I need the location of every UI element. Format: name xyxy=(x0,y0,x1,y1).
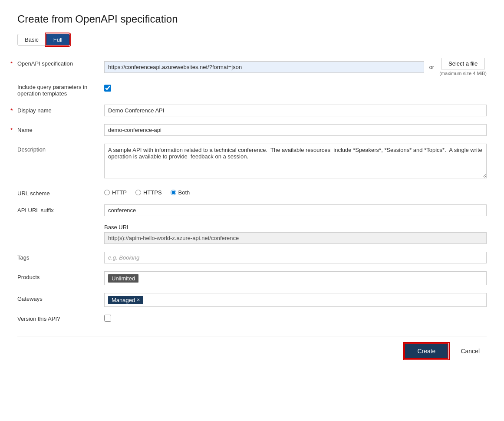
description-row: Description A sample API with informatio… xyxy=(17,144,487,180)
radio-both-label: Both xyxy=(178,189,190,196)
openapi-spec-input[interactable] xyxy=(104,61,424,73)
include-query-params-label: Include query parameters in operation te… xyxy=(17,84,104,97)
base-url-input xyxy=(104,232,487,244)
url-scheme-row: URL scheme HTTP HTTPS Both xyxy=(17,187,487,197)
api-url-suffix-field xyxy=(104,204,487,216)
description-field: A sample API with information related to… xyxy=(104,144,487,180)
url-scheme-label: URL scheme xyxy=(17,187,104,197)
tags-row: Tags xyxy=(17,252,487,263)
tags-label: Tags xyxy=(17,252,104,261)
name-row: Name xyxy=(17,124,487,136)
create-button[interactable]: Create xyxy=(404,343,448,359)
openapi-spec-field: or Select a file (maximum size 4 MiB) xyxy=(104,58,487,76)
name-input[interactable] xyxy=(104,124,487,136)
gateway-tag-managed-remove[interactable]: × xyxy=(137,297,140,303)
openapi-spec-label: OpenAPI specification xyxy=(17,58,104,67)
max-size-text: (maximum size 4 MiB) xyxy=(439,71,487,76)
gateways-row: Gateways Managed × xyxy=(17,293,487,307)
gateways-field: Managed × xyxy=(104,293,487,307)
version-api-row: Version this API? xyxy=(17,315,487,323)
api-url-suffix-label: API URL suffix xyxy=(17,204,104,214)
products-field: Unlimited xyxy=(104,271,487,285)
cancel-button[interactable]: Cancel xyxy=(454,344,487,358)
url-scheme-field: HTTP HTTPS Both xyxy=(104,187,487,196)
name-field xyxy=(104,124,487,136)
version-api-checkbox[interactable] xyxy=(104,315,111,322)
gateway-tag-managed-label: Managed xyxy=(112,297,135,303)
description-textarea[interactable]: A sample API with information related to… xyxy=(104,144,487,178)
tags-field xyxy=(104,252,487,263)
page-title: Create from OpenAPI specification xyxy=(17,13,487,25)
tab-row: Basic Full xyxy=(17,34,487,46)
products-tag-container[interactable]: Unlimited xyxy=(104,271,487,285)
openapi-spec-row: OpenAPI specification or Select a file (… xyxy=(17,58,487,76)
radio-both-input[interactable] xyxy=(171,190,176,195)
gateways-label: Gateways xyxy=(17,293,104,302)
radio-http-label: HTTP xyxy=(112,189,127,196)
api-url-suffix-input[interactable] xyxy=(104,204,487,216)
products-label: Products xyxy=(17,271,104,280)
description-label: Description xyxy=(17,144,104,153)
radio-https-input[interactable] xyxy=(135,190,141,195)
gateway-tag-managed: Managed × xyxy=(108,296,143,304)
radio-both[interactable]: Both xyxy=(171,189,190,196)
gateways-tag-container[interactable]: Managed × xyxy=(104,293,487,307)
version-api-field xyxy=(104,315,111,323)
product-tag-unlimited-label: Unlimited xyxy=(112,275,135,282)
display-name-input[interactable] xyxy=(104,105,487,116)
display-name-field xyxy=(104,105,487,116)
name-label: Name xyxy=(17,124,104,133)
radio-http[interactable]: HTTP xyxy=(104,189,127,196)
radio-https-label: HTTPS xyxy=(143,189,162,196)
tab-basic[interactable]: Basic xyxy=(17,34,46,46)
select-file-button[interactable]: Select a file xyxy=(441,58,485,69)
select-file-wrapper: Select a file (maximum size 4 MiB) xyxy=(439,58,487,76)
footer: Create Cancel xyxy=(17,336,487,359)
include-query-params-row: Include query parameters in operation te… xyxy=(17,84,487,97)
display-name-label: Display name xyxy=(17,105,104,114)
radio-https[interactable]: HTTPS xyxy=(135,189,162,196)
include-query-params-checkbox[interactable] xyxy=(104,85,111,92)
display-name-row: Display name xyxy=(17,105,487,116)
tags-input[interactable] xyxy=(104,252,487,263)
radio-http-input[interactable] xyxy=(104,190,110,195)
base-url-label: Base URL xyxy=(104,224,487,230)
products-row: Products Unlimited xyxy=(17,271,487,285)
base-url-section: Base URL xyxy=(104,224,487,244)
or-text: or xyxy=(429,64,435,70)
version-api-label: Version this API? xyxy=(17,316,104,322)
api-url-suffix-row: API URL suffix xyxy=(17,204,487,216)
product-tag-unlimited: Unlimited xyxy=(108,274,138,283)
url-scheme-radio-group: HTTP HTTPS Both xyxy=(104,187,487,196)
tab-full[interactable]: Full xyxy=(46,34,70,46)
include-query-params-field xyxy=(104,84,111,92)
